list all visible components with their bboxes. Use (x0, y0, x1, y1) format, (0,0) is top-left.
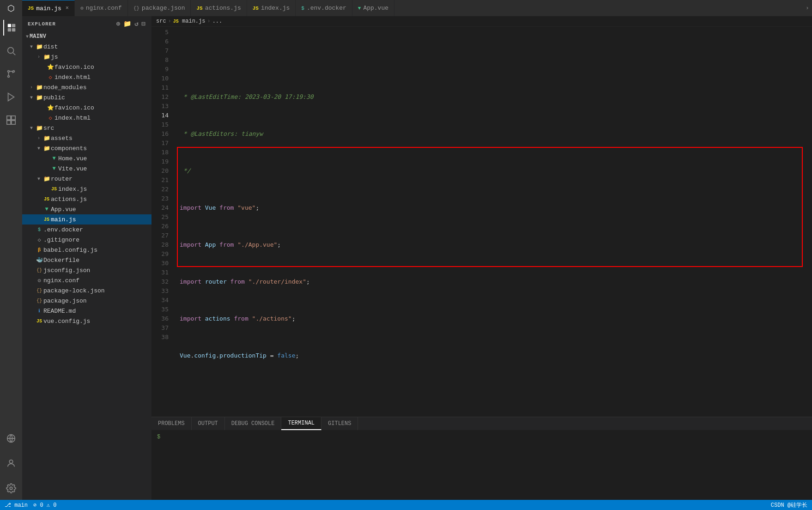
tree-home-vue[interactable]: ▼ Home.vue (22, 153, 151, 164)
tree-babel[interactable]: β babel.config.js (22, 245, 151, 255)
tree-label: index.js (58, 186, 87, 193)
js-icon: JS (28, 6, 34, 11)
code-line-5: * @LastEditTime: 2023-03-20 17:19:30 (180, 92, 812, 102)
status-errors[interactable]: ⊘ 0 ⚠ 0 (33, 502, 56, 509)
tabs-overflow[interactable]: › (803, 0, 812, 16)
tree-actions[interactable]: JS actions.js (22, 194, 151, 204)
tree-favicon-pub[interactable]: ⭐ favicon.ico (22, 103, 151, 113)
tree-gitignore[interactable]: ◇ .gitignore (22, 235, 151, 245)
tree-router-index[interactable]: JS index.js (22, 184, 151, 194)
tab-gitlens[interactable]: GITLENS (321, 417, 358, 430)
tree-label: babel.config.js (43, 247, 97, 254)
tab-problems[interactable]: PROBLEMS (151, 417, 192, 430)
tab-label: DEBUG CONSOLE (231, 420, 275, 427)
terminal-content[interactable]: $ (151, 430, 812, 500)
tree-label: src (43, 125, 54, 132)
root-folder[interactable]: ▼ MAINV (22, 31, 151, 42)
activity-remote[interactable] (3, 431, 19, 446)
tab-output[interactable]: OUTPUT (192, 417, 225, 430)
breadcrumb-sep1: › (168, 18, 171, 24)
status-bar: ⎇ main ⊘ 0 ⚠ 0 CSDN @硅学长 (0, 500, 812, 510)
svg-rect-3 (12, 28, 15, 31)
activity-source-control[interactable] (3, 66, 19, 82)
tree-main-js[interactable]: JS main.js (22, 214, 151, 225)
tab-label: GITLENS (328, 420, 351, 427)
ico-icon: ⭐ (46, 104, 55, 111)
vue-icon: ▼ (358, 6, 361, 11)
tab-index-js[interactable]: JS index.js (247, 0, 296, 16)
tree-readme[interactable]: ℹ README.md (22, 306, 151, 316)
svg-point-6 (8, 71, 10, 73)
gear-icon: ⚙ (80, 5, 84, 11)
svg-rect-11 (7, 116, 11, 120)
code-editor[interactable]: 5678910111213141516171819202122232425262… (151, 27, 812, 417)
tree-pkg-lock[interactable]: {} package-lock.json (22, 285, 151, 296)
tree-vue-config[interactable]: JS vue.config.js (22, 316, 151, 326)
tab-main-js[interactable]: JS main.js × (22, 0, 75, 16)
tree-jsconfig[interactable]: {} jsconfig.json (22, 265, 151, 275)
tab-terminal[interactable]: TERMINAL (281, 417, 321, 430)
svg-rect-0 (8, 24, 11, 27)
tree-public[interactable]: ▼ 📁 public (22, 92, 151, 103)
tree-router[interactable]: ▼ 📁 router (22, 174, 151, 184)
tab-env-docker[interactable]: $ .env.docker (296, 0, 352, 16)
code-line-9: import App from "./App.vue"; (180, 240, 812, 249)
tab-label: index.js (261, 5, 290, 12)
tree-label: package.json (43, 298, 87, 304)
line-numbers: 5678910111213141516171819202122232425262… (151, 27, 172, 417)
html-icon: ◇ (46, 115, 55, 121)
activity-explorer[interactable] (3, 20, 19, 36)
activity-settings[interactable] (3, 480, 19, 496)
sidebar: EXPLORER ⊕ 📁 ↺ ⊟ ▼ MAINV ▼ 📁 dist (22, 16, 151, 500)
tree-assets[interactable]: › 📁 assets (22, 133, 151, 143)
tree-dist-js[interactable]: › 📁 js (22, 52, 151, 62)
activity-extensions[interactable] (3, 112, 19, 128)
folder-icon: 📁 (42, 54, 51, 61)
tree-src[interactable]: ▼ 📁 src (22, 123, 151, 133)
tab-nginx-conf[interactable]: ⚙ nginx.conf (75, 0, 128, 16)
tab-package-json[interactable]: {} package.json (128, 0, 191, 16)
tree-components[interactable]: ▼ 📁 components (22, 143, 151, 153)
code-content[interactable]: * @LastEditTime: 2023-03-20 17:19:30 * @… (172, 27, 812, 417)
babel-icon: β (35, 248, 43, 253)
tree-index-pub[interactable]: ◇ index.html (22, 113, 151, 123)
dollar-icon: $ (301, 6, 304, 11)
tree-dockerfile[interactable]: 🐳 Dockerfile (22, 255, 151, 265)
tree-app-vue[interactable]: ▼ App.vue (22, 204, 151, 214)
svg-rect-1 (12, 24, 15, 27)
activity-search[interactable] (3, 43, 19, 59)
folder-icon: 📁 (42, 135, 51, 142)
tree-nginx[interactable]: ⚙ nginx.conf (22, 275, 151, 285)
collapse-icon[interactable]: ⊟ (142, 20, 146, 28)
activity-account[interactable] (3, 455, 19, 471)
tab-debug-console[interactable]: DEBUG CONSOLE (225, 417, 282, 430)
tree-node-modules[interactable]: › 📁 node_modules (22, 82, 151, 92)
svg-rect-14 (12, 121, 15, 124)
activity-run[interactable] (3, 89, 19, 105)
tree-label: Home.vue (58, 155, 87, 162)
svg-rect-12 (12, 116, 15, 120)
tab-actions-js[interactable]: JS actions.js (191, 0, 247, 16)
json-icon: {} (35, 298, 43, 304)
tree-label: js (51, 54, 58, 61)
tab-label: TERMINAL (288, 420, 315, 426)
js-icon: JS (196, 6, 202, 11)
tree-pkg-json[interactable]: {} package.json (22, 296, 151, 306)
tree-env-docker[interactable]: $ .env.docker (22, 225, 151, 235)
tree-index-dist[interactable]: ◇ index.html (22, 72, 151, 82)
arrow-icon: ▼ (35, 146, 42, 151)
tree-label: index.html (55, 74, 91, 81)
status-branch[interactable]: ⎇ main (5, 502, 28, 509)
tree-label: index.html (55, 115, 91, 121)
code-line-6: * @LastEditors: tianyw (180, 129, 812, 139)
refresh-icon[interactable]: ↺ (134, 20, 139, 28)
new-folder-icon[interactable]: 📁 (123, 20, 132, 28)
tree-vite-vue[interactable]: ▼ Vite.vue (22, 164, 151, 174)
new-file-icon[interactable]: ⊕ (116, 20, 121, 28)
tab-app-vue[interactable]: ▼ App.vue (352, 0, 394, 16)
tree-dist[interactable]: ▼ 📁 dist (22, 42, 151, 52)
readme-icon: ℹ (35, 308, 43, 314)
tree-favicon-dist[interactable]: ⭐ favicon.ico (22, 62, 151, 72)
arrow-icon: › (35, 136, 42, 141)
tab-close-icon[interactable]: × (66, 5, 69, 12)
